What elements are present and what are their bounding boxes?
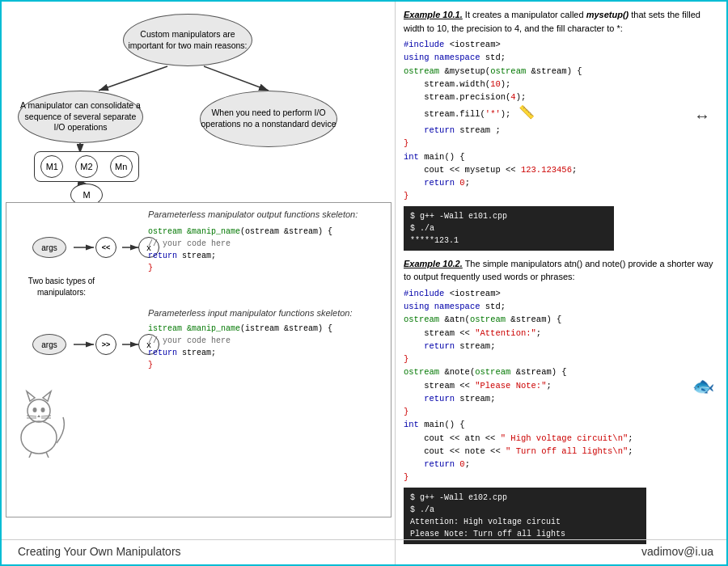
skeleton2-label: Parameterless input manipulator function… [148,308,353,318]
terminal2: $ g++ -Wall e102.cpp $ ./a Attention: Hi… [404,488,646,544]
example2-code-area: #include <iostream> using namespace std;… [404,287,718,484]
example2-title: Example 10.2. The simple manipulators at… [404,257,718,284]
cat-illustration [11,377,67,460]
svg-line-17 [27,416,36,416]
skeleton1-label: Parameterless manipulator output functio… [148,209,358,219]
svg-line-2 [204,66,269,91]
mn-circle: Mn [110,155,133,178]
skeleton1-code: ostream &manip_name(ostream &stream) { /… [148,226,332,274]
example1-code: #include <iostream> using namespace std;… [404,38,718,203]
m1-circle: M1 [40,155,63,178]
svg-line-22 [46,452,49,458]
top-ellipse: Custom manipulators are important for tw… [123,14,252,66]
double-arrow-icon: ↔ [694,107,710,125]
svg-marker-16 [37,415,40,417]
svg-point-14 [33,408,37,412]
left-panel: Custom manipulators are important for tw… [2,2,398,566]
example2-code: #include <iostream> using namespace std;… [404,287,718,484]
m2-circle: M2 [75,155,98,178]
footer-email: vadimov@i.ua [641,545,713,558]
two-types-label: Two basic types of manipulators: [13,276,110,298]
svg-line-1 [99,66,167,91]
example1-code-area: #include <iostream> using namespace std;… [404,38,718,203]
top-diagram: Custom manipulators are important for tw… [10,10,382,196]
fish-icon: 🐟 [692,376,714,397]
svg-line-19 [41,416,51,416]
example1-title: Example 10.1. It creates a manipulator c… [404,8,718,35]
svg-point-10 [21,421,57,454]
bottom-section: Parameterless manipulator output functio… [6,202,392,517]
op-in-circle: >> [95,334,116,355]
footer: Creating Your Own Manipulators vadimov@i… [2,545,728,558]
m-box: M1 M2 Mn [34,151,139,182]
args-top-ellipse: args [32,237,66,258]
svg-marker-13 [43,391,51,401]
op-out-circle: << [95,237,116,258]
svg-point-15 [41,408,45,412]
svg-point-11 [28,399,50,422]
svg-marker-12 [27,391,35,401]
bottom-divider [2,539,728,540]
page-title: Creating Your Own Manipulators [18,545,181,558]
left-ellipse: A manipulator can consolidate a sequence… [18,91,143,143]
skeleton2-code: istream &manip_name(istream &stream) { /… [148,323,332,371]
ruler-icon: 📏 [510,106,535,120]
svg-line-21 [29,452,32,458]
terminal1: $ g++ -Wall e101.cpp $ ./a *****123.1 [404,206,614,251]
right-ellipse: When you need to perform I/O operations … [200,91,337,147]
right-panel: Example 10.1. It creates a manipulator c… [395,2,726,566]
args-bottom-ellipse: args [32,334,66,355]
